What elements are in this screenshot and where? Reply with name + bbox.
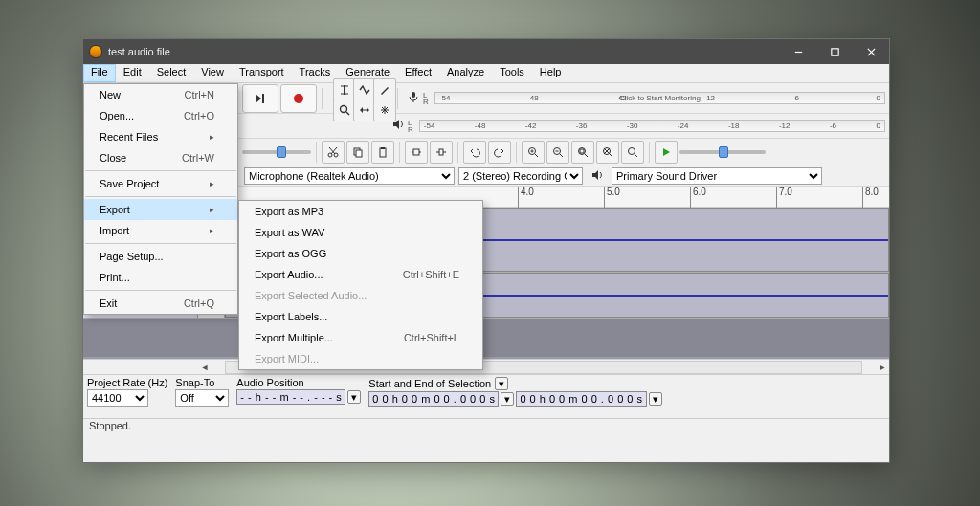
- svg-rect-19: [381, 147, 385, 149]
- file-menu-import[interactable]: Import▸: [84, 220, 237, 241]
- h-scrollbar[interactable]: ◄ ►: [83, 359, 889, 374]
- menu-tracks[interactable]: Tracks: [292, 64, 339, 82]
- export-menu-export-as-ogg[interactable]: Export as OGG: [239, 243, 482, 264]
- undo-icon[interactable]: [463, 141, 486, 164]
- svg-rect-5: [262, 94, 264, 103]
- export-menu-export-multiple-[interactable]: Export Multiple...Ctrl+Shift+L: [239, 327, 482, 348]
- audio-position-field[interactable]: - - h - - m - - . - - - s: [236, 389, 345, 405]
- audio-position-label: Audio Position: [236, 377, 361, 388]
- menu-effect[interactable]: Effect: [397, 64, 439, 82]
- svg-marker-43: [592, 170, 598, 180]
- svg-marker-42: [663, 148, 670, 156]
- play-at-speed-icon[interactable]: [655, 141, 678, 164]
- speaker-out-icon: [590, 168, 604, 184]
- svg-line-34: [585, 154, 588, 157]
- menu-view[interactable]: View: [193, 64, 232, 82]
- file-menu-export[interactable]: Export▸: [84, 199, 237, 220]
- scroll-left-icon[interactable]: ◄: [198, 361, 212, 374]
- menu-select[interactable]: Select: [149, 64, 194, 82]
- svg-point-8: [341, 106, 347, 113]
- svg-point-6: [294, 94, 303, 103]
- file-menu-print-[interactable]: Print...: [84, 267, 237, 288]
- svg-marker-4: [256, 94, 261, 103]
- file-menu-save-project[interactable]: Save Project▸: [84, 173, 237, 194]
- zoom-in-icon[interactable]: [522, 141, 545, 164]
- close-button[interactable]: [853, 39, 889, 64]
- file-menu-close[interactable]: CloseCtrl+W: [84, 147, 237, 168]
- maximize-button[interactable]: [816, 39, 853, 64]
- export-submenu: Export as MP3Export as WAVExport as OGGE…: [238, 200, 483, 370]
- file-menu-open-[interactable]: Open...Ctrl+O: [84, 105, 237, 126]
- export-menu-export-midi-: Export MIDI...: [239, 348, 482, 369]
- output-device-select[interactable]: Primary Sound Driver: [612, 167, 822, 185]
- app-window: test audio file File Edit Select View Tr…: [82, 38, 890, 463]
- svg-rect-11: [412, 92, 415, 98]
- fit-project-icon[interactable]: [596, 141, 619, 164]
- title-bar[interactable]: test audio file: [83, 39, 889, 64]
- skip-end-button[interactable]: [242, 84, 278, 113]
- record-button[interactable]: [280, 84, 317, 113]
- menu-help[interactable]: Help: [532, 64, 569, 82]
- minimize-button[interactable]: [780, 39, 816, 64]
- svg-rect-35: [580, 149, 584, 153]
- project-rate-select[interactable]: 44100: [87, 389, 148, 407]
- meter-r-label: R: [423, 99, 429, 105]
- status-bar: Stopped.: [83, 418, 889, 435]
- menu-tools[interactable]: Tools: [492, 64, 532, 82]
- speaker-icon: [391, 118, 405, 135]
- scroll-right-icon[interactable]: ►: [876, 361, 889, 374]
- svg-rect-17: [356, 150, 362, 157]
- audio-pos-menu-icon[interactable]: ▾: [347, 390, 361, 404]
- svg-line-27: [535, 154, 538, 157]
- record-volume-slider[interactable]: [242, 150, 311, 154]
- record-meter[interactable]: -54-48-42 Click to Start Monitoring -12-…: [434, 92, 885, 104]
- svg-line-41: [635, 154, 637, 157]
- selection-label: Start and End of Selection: [368, 378, 491, 389]
- svg-rect-20: [413, 149, 419, 155]
- sel-start-menu-icon[interactable]: ▾: [501, 392, 514, 406]
- selection-start-field[interactable]: 0 0 h 0 0 m 0 0 . 0 0 0 s: [368, 391, 499, 407]
- svg-rect-25: [439, 149, 443, 155]
- meter-click-label[interactable]: Click to Start Monitoring: [435, 93, 884, 103]
- export-menu-export-as-wav[interactable]: Export as WAV: [239, 222, 482, 243]
- mic-icon: [407, 90, 420, 107]
- snap-label: Snap-To: [175, 377, 229, 388]
- file-menu-dropdown: NewCtrl+NOpen...Ctrl+ORecent Files▸Close…: [83, 83, 238, 315]
- snap-select[interactable]: Off: [175, 389, 229, 407]
- trim-icon[interactable]: [405, 141, 428, 164]
- copy-icon[interactable]: [346, 141, 369, 164]
- sel-end-menu-icon[interactable]: ▾: [649, 392, 662, 406]
- menu-transport[interactable]: Transport: [232, 64, 292, 82]
- export-menu-export-selected-audio-: Export Selected Audio...: [239, 285, 482, 306]
- menu-analyze[interactable]: Analyze: [439, 64, 492, 82]
- zoom-out-icon[interactable]: [546, 141, 569, 164]
- channels-select[interactable]: 2 (Stereo) Recording Cha: [458, 167, 583, 185]
- svg-rect-1: [831, 48, 837, 55]
- svg-line-31: [560, 154, 563, 157]
- play-meter[interactable]: -54-48-42-36-30-24-18-12-60: [419, 120, 885, 132]
- cut-icon[interactable]: [322, 141, 345, 164]
- paste-icon[interactable]: [371, 141, 394, 164]
- silence-icon[interactable]: [430, 141, 453, 164]
- file-menu-exit[interactable]: ExitCtrl+Q: [84, 293, 237, 314]
- selection-end-field[interactable]: 0 0 h 0 0 m 0 0 . 0 0 0 s: [516, 391, 646, 407]
- export-menu-export-labels-[interactable]: Export Labels...: [239, 306, 482, 327]
- svg-line-37: [610, 154, 612, 157]
- export-menu-export-audio-[interactable]: Export Audio...Ctrl+Shift+E: [239, 264, 482, 285]
- redo-icon[interactable]: [488, 141, 511, 164]
- file-menu-recent-files[interactable]: Recent Files▸: [84, 126, 237, 147]
- fit-selection-icon[interactable]: [571, 141, 594, 164]
- play-speed-slider[interactable]: [679, 150, 766, 154]
- svg-point-40: [629, 147, 635, 154]
- project-rate-label: Project Rate (Hz): [87, 377, 167, 388]
- menu-file[interactable]: File: [83, 64, 116, 82]
- svg-rect-18: [380, 148, 386, 157]
- zoom-toggle-icon[interactable]: [621, 141, 644, 164]
- export-menu-export-as-mp-[interactable]: Export as MP3: [239, 201, 482, 222]
- menu-edit[interactable]: Edit: [116, 64, 149, 82]
- selection-mode-menu[interactable]: ▾: [495, 377, 508, 390]
- file-menu-page-setup-[interactable]: Page Setup...: [84, 246, 237, 267]
- input-device-select[interactable]: Microphone (Realtek Audio): [244, 167, 455, 185]
- file-menu-new[interactable]: NewCtrl+N: [84, 84, 237, 105]
- window-title: test audio file: [108, 46, 780, 57]
